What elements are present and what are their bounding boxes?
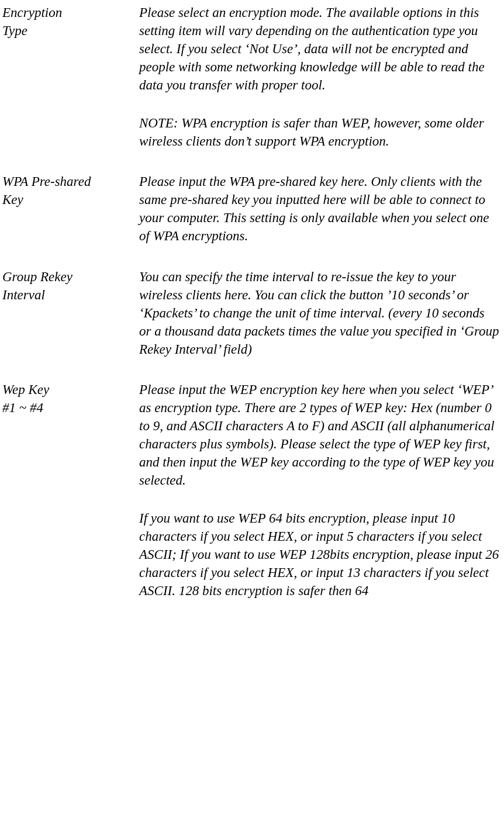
row-wpa-preshared-key: WPA Pre-shared Key Please input the WPA …	[2, 172, 499, 245]
label-line: Key	[2, 191, 134, 209]
paragraph: Please input the WEP encryption key here…	[139, 381, 499, 489]
desc-encryption-type: Please select an encryption mode. The av…	[139, 4, 499, 150]
label-line: Type	[2, 22, 134, 40]
label-line: Encryption	[2, 4, 134, 22]
label-wep-key: Wep Key #1 ~ #4	[2, 381, 139, 600]
paragraph: If you want to use WEP 64 bits encryptio…	[139, 509, 499, 600]
label-line: #1 ~ #4	[2, 399, 134, 417]
desc-wep-key: Please input the WEP encryption key here…	[139, 381, 499, 600]
paragraph: Please select an encryption mode. The av…	[139, 4, 499, 94]
label-line: Wep Key	[2, 381, 134, 399]
label-group-rekey-interval: Group Rekey Interval	[2, 268, 139, 358]
desc-wpa-preshared-key: Please input the WPA pre-shared key here…	[139, 172, 499, 245]
row-encryption-type: Encryption Type Please select an encrypt…	[2, 4, 499, 150]
label-line: Interval	[2, 286, 134, 304]
paragraph: Please input the WPA pre-shared key here…	[139, 172, 499, 245]
row-group-rekey-interval: Group Rekey Interval You can specify the…	[2, 268, 499, 358]
paragraph: NOTE: WPA encryption is safer than WEP, …	[139, 114, 499, 150]
row-wep-key: Wep Key #1 ~ #4 Please input the WEP enc…	[2, 381, 499, 600]
paragraph: You can specify the time interval to re-…	[139, 268, 499, 358]
label-wpa-preshared-key: WPA Pre-shared Key	[2, 172, 139, 245]
label-line: Group Rekey	[2, 268, 134, 286]
label-encryption-type: Encryption Type	[2, 4, 139, 150]
label-line: WPA Pre-shared	[2, 172, 134, 191]
desc-group-rekey-interval: You can specify the time interval to re-…	[139, 268, 499, 358]
